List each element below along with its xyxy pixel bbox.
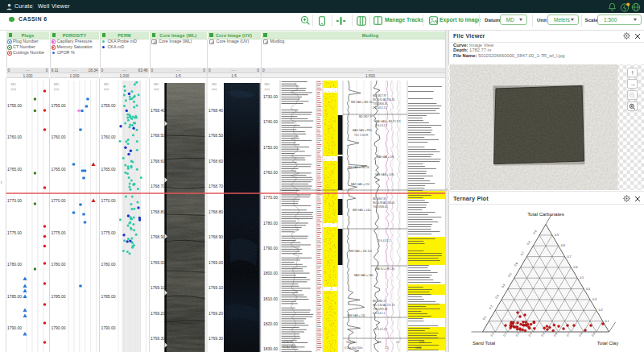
svg-text:0.2: 0.2: [489, 304, 493, 309]
svg-text:Total Clay: Total Clay: [597, 341, 618, 346]
svg-text:0.7: 0.7: [520, 251, 525, 256]
svg-text:0.5: 0.5: [580, 276, 584, 280]
svg-text:0.3: 0.3: [495, 294, 500, 299]
svg-text:0.6: 0.6: [553, 332, 558, 337]
svg-text:0.3: 0.3: [592, 298, 597, 301]
svg-text:0.4: 0.4: [586, 288, 590, 291]
svg-text:0.1: 0.1: [605, 320, 609, 323]
svg-text:0.2: 0.2: [599, 309, 603, 312]
svg-text:Sand Total: Sand Total: [473, 341, 495, 346]
svg-text:0.6: 0.6: [573, 266, 577, 269]
svg-text:0.2: 0.2: [502, 332, 507, 337]
svg-text:0.4: 0.4: [501, 284, 506, 288]
svg-text:0.9: 0.9: [555, 234, 559, 237]
svg-text:0.7: 0.7: [568, 255, 572, 259]
svg-text:0.5: 0.5: [507, 272, 512, 277]
svg-text:0.1: 0.1: [482, 316, 487, 321]
svg-text:0.8: 0.8: [526, 240, 531, 245]
svg-text:0.8: 0.8: [561, 244, 565, 247]
svg-text:0.5: 0.5: [541, 332, 546, 337]
svg-text:0.1: 0.1: [490, 332, 495, 337]
svg-text:0.8: 0.8: [579, 332, 584, 337]
svg-text:Total Carbonates: Total Carbonates: [527, 212, 564, 217]
svg-text:0.7: 0.7: [566, 332, 571, 337]
svg-text:0.3: 0.3: [515, 332, 520, 337]
svg-text:0.4: 0.4: [528, 332, 533, 337]
svg-text:0.9: 0.9: [591, 332, 596, 337]
svg-text:0.6: 0.6: [514, 262, 518, 267]
svg-text:0.9: 0.9: [533, 230, 538, 234]
